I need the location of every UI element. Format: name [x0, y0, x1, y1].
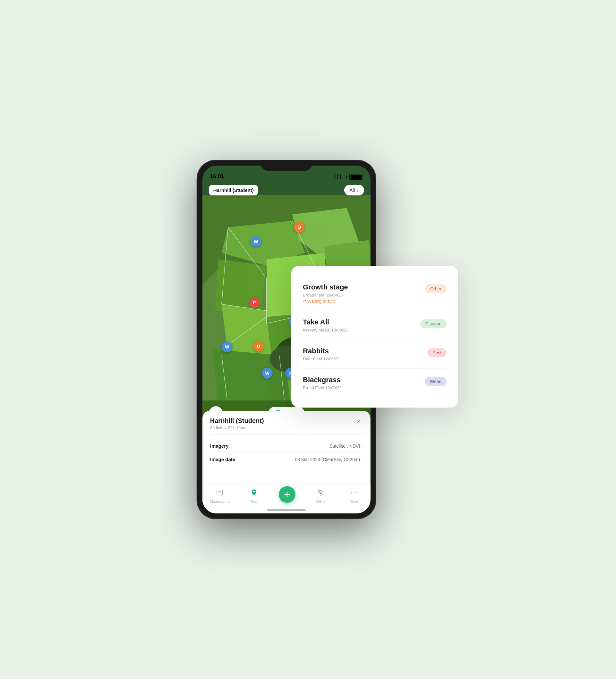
imagery-chevron-right: ›: [361, 444, 363, 449]
obs-meta-1: Broad Field, 29/04/23: [303, 293, 348, 297]
wifi-icon: ⌇: [345, 174, 348, 180]
farm-name-chip[interactable]: Harnhill (Student): [209, 185, 258, 195]
map-marker-w3[interactable]: W: [222, 342, 233, 352]
obs-meta-3: Drier Field 12/09/22: [303, 356, 339, 361]
panel-divider: [210, 434, 363, 435]
observations-label: Observations: [209, 499, 230, 504]
svg-point-38: [351, 492, 352, 493]
panel-title: Harnhill (Student): [210, 417, 264, 424]
imagery-row[interactable]: Imagery Satellite , NDVI ›: [210, 439, 363, 453]
image-date-value: 08 Mar 2023 (ClearSky, 10-20m) ›: [295, 457, 363, 462]
map-marker-w4[interactable]: W: [262, 368, 273, 379]
nav-item-offline[interactable]: Offline: [311, 489, 330, 504]
panel-info: Harnhill (Student) 25 fields, 221.16ha: [210, 417, 264, 430]
map-marker-o1[interactable]: O: [294, 222, 305, 233]
svg-point-33: [253, 491, 255, 492]
nav-item-add[interactable]: [278, 489, 297, 503]
obs-content-2: Take All Nursery Mead, 12/09/22: [303, 318, 348, 332]
observations-card: Growth stage Broad Field, 29/04/23 ↻ Wai…: [291, 266, 458, 408]
signal-icon: ▎▎▎: [335, 174, 343, 179]
observation-item-rabbits[interactable]: Rabbits Drier Field 12/09/22 Pest: [303, 340, 447, 369]
panel-header: Harnhill (Student) 25 fields, 221.16ha ×: [210, 417, 363, 430]
chevron-down-icon: ∨: [356, 188, 359, 193]
add-button[interactable]: [279, 486, 295, 503]
obs-content-4: Blackgrass Broad Field 12/09/22: [303, 376, 342, 390]
offline-icon: [317, 489, 324, 498]
obs-meta-2: Nursery Mead, 12/09/22: [303, 328, 348, 332]
obs-title-2: Take All: [303, 318, 348, 326]
obs-content-3: Rabbits Drier Field 12/09/22: [303, 347, 339, 361]
status-icons: ▎▎▎ ⌇ ████: [335, 174, 363, 180]
more-icon: [350, 489, 358, 498]
map-marker-w1[interactable]: W: [251, 236, 261, 247]
image-date-row[interactable]: Image date 08 Mar 2023 (ClearSky, 10-20m…: [210, 453, 363, 466]
observation-item-blackgrass[interactable]: Blackgrass Broad Field 12/09/22 Weed: [303, 369, 447, 397]
map-label: Map: [251, 499, 257, 504]
map-icon: [250, 489, 258, 498]
panel-subtitle: 25 fields, 221.16ha: [210, 425, 264, 430]
imagery-label: Imagery: [210, 443, 229, 449]
obs-title-1: Growth stage: [303, 283, 348, 291]
obs-tag-4: Weed: [425, 377, 447, 386]
image-date-label: Image date: [210, 457, 235, 462]
map-marker-p[interactable]: P: [249, 297, 260, 308]
phone-notch: [261, 160, 312, 171]
sync-icon: ↻: [303, 299, 306, 303]
obs-tag-1: Other: [425, 284, 447, 293]
obs-content-1: Growth stage Broad Field, 29/04/23 ↻ Wai…: [303, 283, 348, 303]
nav-item-more[interactable]: More: [344, 489, 363, 504]
observations-icon: [216, 489, 224, 498]
panel-close-button[interactable]: ×: [354, 417, 363, 426]
obs-tag-3: Pest: [427, 348, 447, 357]
offline-label: Offline: [315, 499, 326, 504]
nav-item-map[interactable]: Map: [244, 489, 263, 504]
more-label: More: [350, 499, 358, 504]
bottom-panel: Harnhill (Student) 25 fields, 221.16ha ×…: [202, 411, 370, 513]
home-indicator: [267, 509, 306, 511]
obs-title-4: Blackgrass: [303, 376, 342, 384]
imagery-value: Satellite , NDVI ›: [329, 444, 363, 449]
svg-rect-30: [217, 490, 223, 495]
svg-point-36: [320, 495, 321, 496]
obs-tag-2: Disease: [420, 319, 447, 328]
observation-item-growth-stage[interactable]: Growth stage Broad Field, 29/04/23 ↻ Wai…: [303, 276, 447, 311]
svg-point-39: [353, 492, 354, 493]
obs-meta-4: Broad Field 12/09/22: [303, 385, 342, 390]
observation-item-take-all[interactable]: Take All Nursery Mead, 12/09/22 Disease: [303, 311, 447, 340]
image-date-chevron-right: ›: [361, 457, 363, 462]
svg-point-40: [355, 492, 356, 493]
map-marker-o2[interactable]: O: [253, 341, 264, 352]
nav-item-observations[interactable]: Observations: [209, 489, 230, 504]
status-time: 16:01: [210, 173, 224, 180]
all-filter-chip[interactable]: All ∨: [344, 185, 364, 195]
obs-title-3: Rabbits: [303, 347, 339, 355]
battery-icon: ████: [349, 174, 363, 180]
obs-sync-1: ↻ Waiting to sync: [303, 299, 348, 303]
